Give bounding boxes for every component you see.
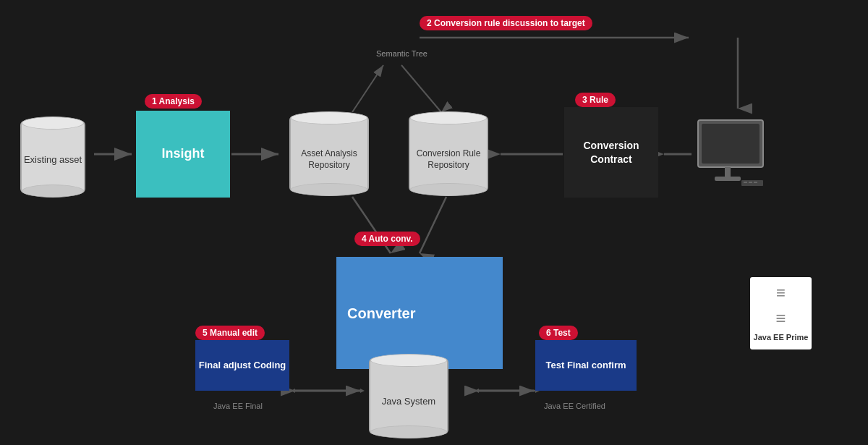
svg-rect-32 <box>749 182 752 183</box>
asset-analysis-repo-label: Asset Analysis Repository <box>291 148 367 171</box>
badge-3: 3 Rule <box>575 93 616 107</box>
svg-marker-21 <box>291 389 295 393</box>
svg-line-7 <box>401 65 441 112</box>
java-ee-certified-label: Java EE Certified <box>544 402 605 410</box>
svg-rect-27 <box>702 124 760 164</box>
badge-2: 2 Conversion rule discussion to target <box>420 16 592 30</box>
java-system-label: Java System <box>378 396 439 408</box>
java-ee-final-label: Java EE Final <box>213 402 263 410</box>
java-system: Java System <box>362 355 456 438</box>
existing-asset-label: Existing asset <box>24 154 82 166</box>
semantic-tree-label: Semantic Tree <box>376 49 427 58</box>
conversion-contract-label: Conversion Contract <box>564 139 658 165</box>
monitor-icon <box>694 116 774 189</box>
svg-rect-31 <box>744 182 747 183</box>
converter-box: Converter ≡ Java EE Prime <box>336 257 503 369</box>
svg-rect-29 <box>715 177 741 181</box>
svg-rect-28 <box>725 167 731 178</box>
java-ee-prime-doc: ≡ Java EE Prime <box>750 277 812 349</box>
final-adjust-box: Final adjust Coding <box>195 340 289 391</box>
svg-line-13 <box>420 197 446 253</box>
java-ee-prime-label: Java EE Prime <box>754 332 809 342</box>
badge-4: 4 Auto conv. <box>354 232 420 246</box>
asset-analysis-repo: Asset Analysis Repository <box>282 112 376 195</box>
badge-1: 1 Analysis <box>145 94 202 109</box>
converter-label: Converter <box>347 304 415 323</box>
monitor <box>687 107 781 198</box>
conversion-contract-box: Conversion Contract <box>564 107 658 198</box>
badge-5: 5 Manual edit <box>195 326 265 340</box>
insight-box: Insight <box>136 111 230 198</box>
diagram: 2 Conversion rule discussion to target 1… <box>0 0 868 445</box>
test-final-label: Test Final confirm <box>546 359 626 372</box>
existing-asset: Existing asset <box>13 117 93 197</box>
test-final-box: Test Final confirm <box>535 340 637 391</box>
svg-line-6 <box>352 65 383 112</box>
conversion-rule-repo: Conversion Rule Repository <box>401 112 495 195</box>
svg-rect-33 <box>754 182 757 183</box>
badge-6: 6 Test <box>539 326 578 340</box>
conversion-rule-repo-label: Conversion Rule Repository <box>410 148 487 171</box>
final-adjust-label: Final adjust Coding <box>199 359 286 372</box>
svg-marker-24 <box>475 389 479 393</box>
insight-label: Insight <box>162 145 205 162</box>
